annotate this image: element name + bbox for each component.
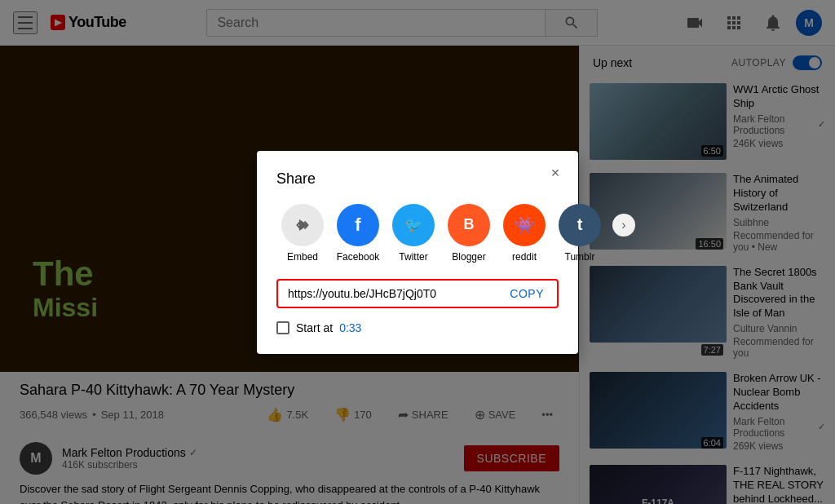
- share-option-label-embed: Embed: [287, 251, 318, 263]
- copy-button[interactable]: COPY: [506, 287, 547, 300]
- share-icon-twitter: 🐦: [392, 204, 435, 246]
- share-icon-tumblr: t: [559, 204, 601, 246]
- share-option-label-twitter: Twitter: [399, 251, 427, 263]
- modal-backdrop[interactable]: Share × Embed f Facebook 🐦 Twitter B Blo…: [0, 0, 835, 504]
- share-option-facebook[interactable]: f Facebook: [332, 204, 384, 263]
- share-options-list: Embed f Facebook 🐦 Twitter B Blogger 👾 r…: [276, 204, 606, 263]
- start-at-row: Start at 0:33: [276, 321, 559, 334]
- share-icon-embed: [281, 204, 324, 246]
- start-at-label: Start at: [296, 321, 333, 334]
- share-icon-reddit: 👾: [503, 204, 546, 246]
- share-option-blogger[interactable]: B Blogger: [443, 204, 495, 263]
- share-options: Embed f Facebook 🐦 Twitter B Blogger 👾 r…: [276, 204, 559, 263]
- share-icon-blogger: B: [448, 204, 490, 246]
- share-next-button[interactable]: ›: [612, 214, 635, 237]
- modal-close-button[interactable]: ×: [542, 161, 568, 187]
- modal-title: Share: [276, 170, 559, 188]
- share-modal: Share × Embed f Facebook 🐦 Twitter B Blo…: [257, 151, 578, 354]
- start-time: 0:33: [339, 321, 361, 334]
- share-option-label-facebook: Facebook: [337, 251, 380, 263]
- share-option-twitter[interactable]: 🐦 Twitter: [387, 204, 440, 263]
- share-option-label-blogger: Blogger: [452, 251, 485, 263]
- start-at-checkbox[interactable]: [276, 321, 289, 334]
- share-option-reddit[interactable]: 👾 reddit: [498, 204, 550, 263]
- share-icon-facebook: f: [337, 204, 379, 246]
- share-option-label-reddit: reddit: [512, 251, 537, 263]
- share-option-embed[interactable]: Embed: [276, 204, 329, 263]
- share-option-tumblr[interactable]: t Tumblr: [554, 204, 606, 263]
- url-box: https://youtu.be/JHcB7jQj0T0 COPY: [276, 279, 559, 308]
- url-text: https://youtu.be/JHcB7jQj0T0: [288, 287, 506, 300]
- share-option-label-tumblr: Tumblr: [565, 251, 595, 263]
